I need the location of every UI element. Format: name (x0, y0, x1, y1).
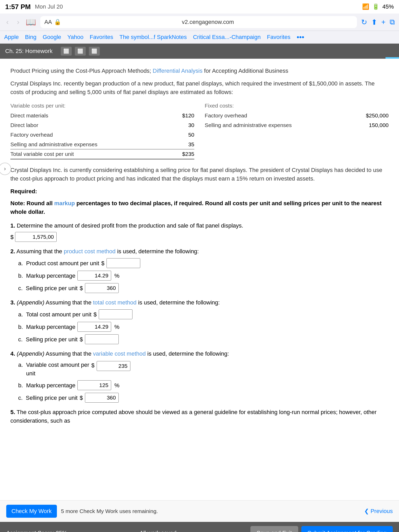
status-bar: 1:57 PM Mon Jul 20 📶 🔋 45% (0, 0, 399, 14)
q4b-input[interactable] (77, 380, 111, 390)
paragraph-2: Crystal Displays Inc. is currently consi… (10, 166, 389, 183)
q1-input[interactable] (15, 232, 57, 242)
bookmark-favorites2[interactable]: Favorites (267, 34, 290, 41)
markup-highlight: markup (54, 200, 75, 207)
reload-button[interactable]: ↻ (361, 18, 367, 26)
intro-paragraph: Crystal Displays Inc. recently began pro… (10, 79, 389, 96)
required-label: Required: (10, 188, 389, 195)
q4a-input[interactable] (97, 361, 130, 371)
title-part1: Product Pricing using the Cost-Plus Appr… (10, 68, 151, 74)
battery-level: 45% (382, 3, 394, 10)
question-5: 5. The cost-plus approach price computed… (10, 408, 389, 425)
battery-icon: 🔋 (372, 3, 379, 10)
q4a: a. Variable cost amount per unit $ (18, 361, 389, 378)
title-part2: for Accepting Additional Business (204, 68, 288, 74)
note-text: Note: Round all markup percentages to tw… (10, 199, 389, 216)
total-cost-method-link[interactable]: total cost method (93, 299, 137, 306)
question-4: 4. (Appendix) Assuming that the variable… (10, 349, 389, 403)
header-icon-1[interactable]: ⬜ (61, 47, 72, 56)
content-area: › Product Pricing using the Cost-Plus Ap… (0, 59, 399, 500)
product-cost-method-link[interactable]: product cost method (64, 248, 115, 255)
q4c: c. Selling price per unit $ (18, 393, 389, 403)
save-exit-button[interactable]: Save and Exit (250, 526, 298, 532)
q5-text: 5. The cost-plus approach price computed… (10, 408, 389, 425)
q1-answer-box: $ (10, 232, 389, 242)
q3a-input[interactable] (99, 309, 132, 319)
q3b-input[interactable] (77, 322, 111, 332)
fixed-row-selling: Selling and administrative expenses 150,… (205, 121, 389, 130)
cost-table: Variable costs per unit: Direct material… (10, 103, 389, 159)
remaining-uses-text: 5 more Check My Work uses remaining. (61, 508, 360, 514)
back-button[interactable]: ‹ (4, 17, 11, 27)
bookmark-champaign[interactable]: Critical Essa...-Champaign (193, 34, 261, 41)
assignment-score: Assignment Score: 25% (6, 530, 67, 532)
question-1: 1. Determine the amount of desired profi… (10, 221, 389, 242)
cost-row-total: Total variable cost per unit $235 (10, 149, 194, 159)
status-icons: 📶 🔋 45% (362, 3, 394, 10)
wifi-icon: 📶 (362, 3, 369, 10)
bookmark-google[interactable]: Google (43, 34, 61, 41)
q2b: b. Markup percentage % (18, 271, 389, 281)
question-2: 2. Assuming that the product cost method… (10, 247, 389, 293)
cost-row-selling-admin: Selling and administrative expenses 35 (10, 140, 194, 149)
q3b: b. Markup percentage % (18, 322, 389, 332)
course-header: Ch. 25: Homework ⬜ ⬜ ⬜ 💬 ❓ (0, 44, 399, 59)
title-line: Product Pricing using the Cost-Plus Appr… (10, 66, 389, 75)
q2c-input[interactable] (85, 283, 119, 293)
q2c: c. Selling price per unit $ (18, 283, 389, 293)
forward-button[interactable]: › (15, 17, 21, 27)
cost-row-materials: Direct materials $120 (10, 111, 194, 121)
bookmark-apple[interactable]: Apple (4, 34, 19, 41)
header-icon-3[interactable]: ⬜ (89, 47, 100, 56)
differential-analysis-link[interactable]: Differential Analysis (153, 68, 204, 74)
tabs-button[interactable]: ⧉ (390, 18, 395, 26)
fixed-costs-column: Fixed costs: Factory overhead $250,000 S… (205, 103, 389, 159)
previous-button[interactable]: ❮ Previous (364, 508, 393, 515)
footer-buttons: Save and Exit Submit Assignment for Grad… (250, 526, 393, 532)
q2-text: 2. Assuming that the product cost method… (10, 247, 389, 256)
q3c: c. Selling price per unit $ (18, 334, 389, 344)
bookmark-yahoo[interactable]: Yahoo (67, 34, 83, 41)
font-size-label: AA (44, 19, 52, 25)
new-tab-button[interactable]: + (381, 18, 385, 26)
bookmarks-icon[interactable]: 📖 (26, 17, 36, 27)
saved-status: All work saved. (139, 530, 178, 532)
fixed-row-overhead: Factory overhead $250,000 (205, 111, 389, 121)
submit-assignment-button[interactable]: Submit Assignment for Grading (301, 526, 393, 532)
q4c-input[interactable] (85, 393, 119, 403)
q3a: a. Total cost amount per unit $ (18, 309, 389, 319)
q1-text: 1. Determine the amount of desired profi… (10, 221, 389, 230)
q2b-input[interactable] (77, 271, 111, 281)
bookmark-bing[interactable]: Bing (25, 34, 36, 41)
previous-label: Previous (370, 508, 393, 515)
bookmark-sparknotes[interactable]: The symbol...f SparkNotes (119, 34, 187, 41)
variable-costs-column: Variable costs per unit: Direct material… (10, 103, 194, 159)
question-3: 3. (Appendix) Assuming that the total co… (10, 298, 389, 344)
q2a-input[interactable] (107, 258, 140, 268)
url-text: v2.cengagenow.com (63, 19, 353, 25)
q4-text: 4. (Appendix) Assuming that the variable… (10, 349, 389, 358)
share-button[interactable]: ⬆ (371, 18, 377, 26)
status-date: Mon Jul 20 (35, 3, 63, 10)
bookmark-favorites[interactable]: Favorites (90, 34, 113, 41)
q2a: a. Product cost amount per unit $ (18, 258, 389, 268)
check-my-work-button[interactable]: Check My Work (6, 505, 57, 518)
chevron-left-icon: ❮ (364, 508, 369, 515)
assignment-footer: Assignment Score: 25% All work saved. Sa… (0, 522, 399, 532)
q3c-input[interactable] (85, 334, 119, 344)
q4b: b. Markup percentage % (18, 380, 389, 390)
variable-cost-method-link[interactable]: variable cost method (93, 350, 146, 357)
browser-nav-bar: ‹ › 📖 AA 🔒 v2.cengagenow.com ↻ ⬆ + ⧉ (0, 14, 399, 31)
variable-costs-header: Variable costs per unit: (10, 103, 194, 109)
bookmarks-more-icon[interactable]: ••• (297, 33, 304, 41)
header-icon-2[interactable]: ⬜ (75, 47, 86, 56)
bookmarks-bar: Apple Bing Google Yahoo Favorites The sy… (0, 31, 399, 44)
bottom-action-bar: Check My Work 5 more Check My Work uses … (0, 500, 399, 522)
nav-forward-arrow[interactable]: › (0, 163, 11, 175)
address-bar[interactable]: AA 🔒 v2.cengagenow.com (40, 16, 357, 28)
cost-row-overhead: Factory overhead 50 (10, 130, 194, 140)
lock-icon: 🔒 (54, 19, 61, 25)
course-title: Ch. 25: Homework (5, 48, 52, 55)
fixed-costs-header: Fixed costs: (205, 103, 389, 109)
cost-row-labor: Direct labor 30 (10, 121, 194, 130)
